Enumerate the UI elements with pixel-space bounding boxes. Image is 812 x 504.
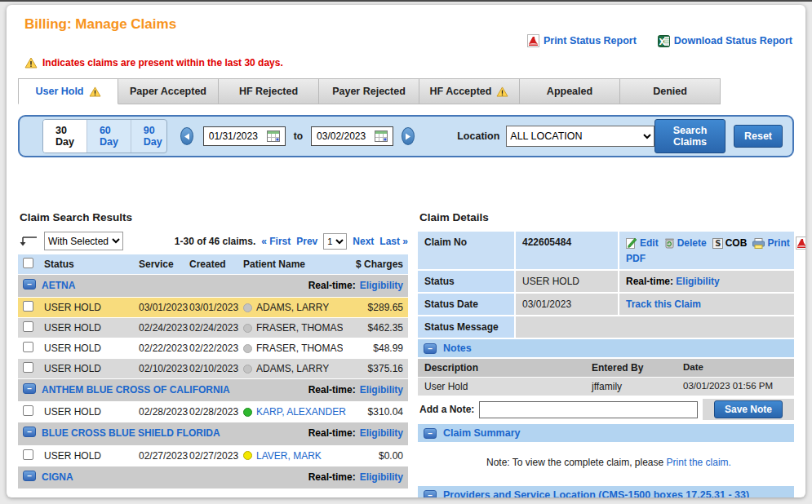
day-range-60[interactable]: 60 Day xyxy=(87,120,131,153)
collapse-icon[interactable] xyxy=(424,428,437,439)
claim-status: USER HOLD xyxy=(44,363,139,374)
claim-row[interactable]: USER HOLD02/22/202302/22/2023FRASER, THO… xyxy=(18,338,408,358)
tab-user-hold[interactable]: User Hold xyxy=(18,78,118,104)
report-links-row: Print Status Report X Download Status Re… xyxy=(18,34,794,47)
tab-denied[interactable]: Denied xyxy=(620,78,721,104)
print-claim-button[interactable]: Print xyxy=(752,237,789,249)
cob-button[interactable]: S COB xyxy=(712,237,748,249)
tab-appealed[interactable]: Appealed xyxy=(520,78,620,104)
claims-table-body: AETNAReal-time:EligibilityUSER HOLD03/01… xyxy=(18,275,408,489)
eligibility-link[interactable]: Eligibility xyxy=(360,427,403,439)
row-checkbox[interactable] xyxy=(23,342,33,352)
page-select[interactable]: 1 xyxy=(323,233,347,250)
collapse-icon[interactable] xyxy=(23,427,36,437)
add-note-input[interactable] xyxy=(479,401,698,418)
edit-claim-button[interactable]: Edit xyxy=(626,237,659,249)
notes-section-header[interactable]: Notes xyxy=(418,339,794,357)
claim-row[interactable]: USER HOLD02/27/202302/27/2023LAVER, MARK… xyxy=(18,446,408,466)
manage-claims-page: Billing: Manage Claims Print Status Repo… xyxy=(7,5,805,497)
payer-name-link[interactable]: ANTHEM BLUE CROSS OF CALIFORNIA xyxy=(42,382,302,398)
claim-status: USER HOLD xyxy=(44,343,139,354)
tab-paper-accepted[interactable]: Paper Accepted xyxy=(118,78,219,104)
select-all-checkbox[interactable] xyxy=(23,258,33,268)
with-selected-select[interactable]: With Selected xyxy=(44,232,123,250)
claim-row[interactable]: USER HOLD02/28/202302/28/2023KARP, ALEXA… xyxy=(18,402,408,422)
column-patient-name: Patient Name xyxy=(243,259,346,270)
track-claim-link[interactable]: Track this Claim xyxy=(626,298,701,310)
providers-section-header[interactable]: Providers and Service Location (CMS-1500… xyxy=(418,486,794,497)
save-note-cell: Save Note xyxy=(703,399,794,420)
pdf-icon xyxy=(527,34,539,47)
pdf-claim-button[interactable] xyxy=(796,237,805,250)
payer-name-link[interactable]: BLUE CROSS BLUE SHIELD FLORIDA xyxy=(42,426,302,441)
collapse-icon[interactable] xyxy=(23,383,36,394)
claim-row[interactable]: USER HOLD02/10/202302/10/2023ADAMS, LARR… xyxy=(18,359,408,378)
location-label: Location xyxy=(457,130,499,142)
day-range-30[interactable]: 30 Day xyxy=(43,120,87,153)
patient-cell: ADAMS, LARRY xyxy=(243,302,346,313)
track-claim-cell: Track this Claim xyxy=(619,294,794,315)
patient-name[interactable]: LAVER, MARK xyxy=(256,450,322,462)
date-to-field xyxy=(311,126,393,146)
collapse-icon[interactable] xyxy=(424,490,437,497)
date-to-input[interactable] xyxy=(317,130,371,142)
prev-date-range-button[interactable] xyxy=(180,127,193,145)
claim-summary-section-header[interactable]: Claim Summary xyxy=(418,424,794,442)
download-status-report-link[interactable]: X Download Status Report xyxy=(658,35,792,47)
print-status-report-link[interactable]: Print Status Report xyxy=(527,34,637,47)
collapse-icon[interactable] xyxy=(23,471,36,481)
first-page-link[interactable]: « First xyxy=(261,236,291,247)
eligibility-link[interactable]: Eligibility xyxy=(360,471,403,483)
tab-hf-rejected[interactable]: HF Rejected xyxy=(219,78,319,104)
status-value: USER HOLD xyxy=(516,271,618,292)
search-claims-button[interactable]: Search Claims xyxy=(654,119,725,153)
save-note-button[interactable]: Save Note xyxy=(714,400,783,418)
add-note-label: Add a Note: xyxy=(419,404,474,415)
tab-label: User Hold xyxy=(35,86,83,97)
row-checkbox[interactable] xyxy=(23,449,33,460)
checkbox-cell xyxy=(23,342,44,355)
realtime-cell: Real-time: Eligibility xyxy=(619,271,794,292)
calendar-icon[interactable] xyxy=(375,130,388,142)
payer-name-link[interactable]: CIGNA xyxy=(42,470,302,485)
delete-claim-button[interactable]: Delete xyxy=(664,237,707,249)
row-checkbox[interactable] xyxy=(23,405,33,416)
location-select[interactable]: ALL LOCATION xyxy=(506,126,654,147)
prev-page-link[interactable]: Prev xyxy=(296,236,317,247)
row-checkbox[interactable] xyxy=(23,321,33,332)
row-checkbox[interactable] xyxy=(23,301,33,312)
providers-title: Providers and Service Location (CMS-1500… xyxy=(443,489,749,497)
row-checkbox[interactable] xyxy=(23,362,33,373)
last-page-link[interactable]: Last » xyxy=(379,236,408,247)
excel-icon: X xyxy=(658,35,670,47)
tab-payer-rejected[interactable]: Payer Rejected xyxy=(319,78,419,104)
status-dot-green xyxy=(243,408,252,417)
collapse-icon[interactable] xyxy=(23,279,36,290)
payer-name-link[interactable]: AETNA xyxy=(42,278,302,294)
pdf-label[interactable]: PDF xyxy=(626,253,788,264)
status-message-label: Status Message xyxy=(418,316,514,338)
eligibility-link[interactable]: Eligibility xyxy=(360,384,403,396)
next-page-link[interactable]: Next xyxy=(353,236,374,247)
warning-note-row: Indicates claims are present within the … xyxy=(24,57,794,69)
claim-charges: $462.35 xyxy=(346,322,403,334)
print-the-claim-link[interactable]: Print the claim. xyxy=(667,457,731,468)
realtime-label: Real-time: xyxy=(308,427,356,439)
eligibility-link[interactable]: Eligibility xyxy=(360,280,403,291)
edit-label: Edit xyxy=(640,237,659,249)
patient-name[interactable]: KARP, ALEXANDER xyxy=(256,406,346,418)
calendar-icon[interactable] xyxy=(267,130,280,142)
claim-row[interactable]: USER HOLD02/24/202302/24/2023FRASER, THO… xyxy=(18,318,408,338)
eligibility-link[interactable]: Eligibility xyxy=(676,276,719,287)
collapse-icon[interactable] xyxy=(424,343,437,354)
claim-status: USER HOLD xyxy=(44,450,139,462)
day-range-90[interactable]: 90 Day xyxy=(131,120,167,153)
column-charges: $ Charges xyxy=(346,259,403,270)
payer-group-row: AETNAReal-time:Eligibility xyxy=(18,275,408,297)
claim-row[interactable]: USER HOLD03/01/202303/01/2023ADAMS, LARR… xyxy=(18,298,408,317)
tab-label: Appealed xyxy=(547,86,592,97)
next-date-range-button[interactable] xyxy=(402,127,415,145)
date-from-input[interactable] xyxy=(209,130,263,142)
reset-button[interactable]: Reset xyxy=(734,125,783,148)
tab-hf-accepted[interactable]: HF Accepted xyxy=(419,78,520,104)
